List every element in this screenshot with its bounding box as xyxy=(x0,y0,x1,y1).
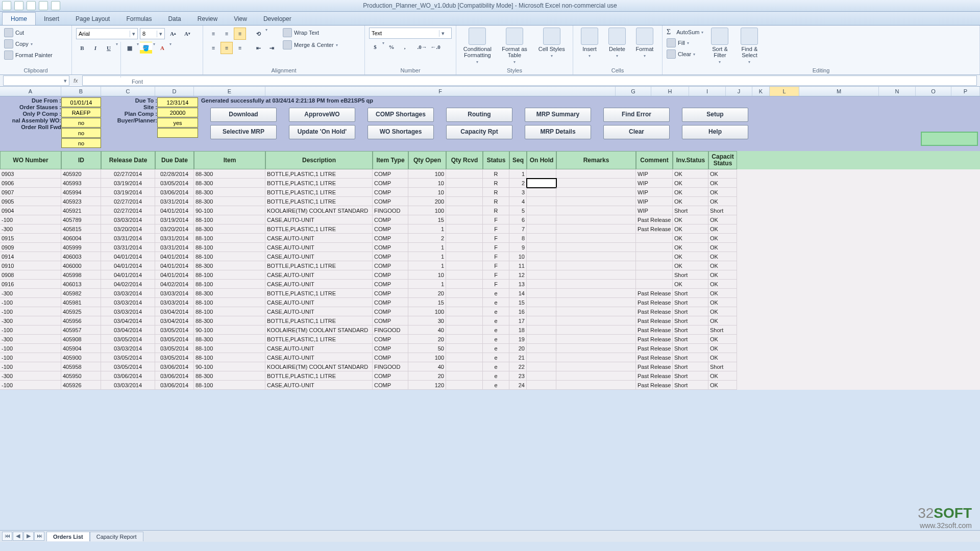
align-left-icon[interactable]: ≡ xyxy=(207,42,219,54)
table-row[interactable]: -30040581503/20/201403/20/201488-300BOTT… xyxy=(0,224,980,234)
name-box[interactable]: ▾ xyxy=(3,76,69,86)
undo-icon[interactable] xyxy=(14,1,23,10)
table-row[interactable]: 090840599804/01/201404/01/201488-100CASE… xyxy=(0,270,980,280)
italic-button[interactable]: I xyxy=(89,42,102,54)
tab-developer[interactable]: Developer xyxy=(255,13,300,25)
order-roll-cell[interactable]: no xyxy=(61,138,101,148)
underline-button[interactable]: U xyxy=(103,42,115,54)
sort-filter-button[interactable]: Sort & Filter▾ xyxy=(706,28,733,65)
table-row[interactable]: -30040590803/05/201403/05/201488-300BOTT… xyxy=(0,335,980,344)
sheet-nav-prev-icon[interactable]: ◀ xyxy=(13,532,23,541)
table-row[interactable]: 091440600304/01/201404/01/201488-100CASE… xyxy=(0,252,980,261)
align-bottom-icon[interactable]: ≡ xyxy=(234,28,246,40)
find-select-button[interactable]: Find & Select▾ xyxy=(736,28,763,65)
format-painter-button[interactable]: Format Painter xyxy=(4,50,53,60)
column-header[interactable]: Due Date xyxy=(155,151,194,169)
insert-cells-button[interactable]: Insert▾ xyxy=(577,28,602,59)
table-row[interactable]: 091540600403/31/201403/31/201488-100CASE… xyxy=(0,234,980,243)
sheet-tab-orders-list[interactable]: Orders List xyxy=(46,532,90,541)
table-row[interactable]: 090540592302/27/201403/31/201488-300BOTT… xyxy=(0,197,980,206)
fill-button[interactable]: Fill▾ xyxy=(667,38,703,48)
table-row[interactable]: 091640601304/02/201404/02/201488-100CASE… xyxy=(0,280,980,289)
table-row[interactable]: 090740599403/19/201403/06/201488-300BOTT… xyxy=(0,188,980,197)
copy-button[interactable]: Copy▾ xyxy=(4,39,33,49)
grow-font-icon[interactable]: A▴ xyxy=(167,28,179,40)
column-header[interactable]: Description xyxy=(265,151,373,169)
action-button[interactable]: WO Shortages xyxy=(368,125,434,139)
table-row[interactable]: -10040592503/03/201403/04/201488-100CASE… xyxy=(0,307,980,316)
table-row[interactable]: -10040578903/03/201403/19/201488-100CASE… xyxy=(0,215,980,224)
redo-icon[interactable] xyxy=(27,1,36,10)
fill-color-button[interactable]: 🪣 xyxy=(140,42,152,54)
plan-comp-cell[interactable]: yes xyxy=(157,118,198,128)
action-button[interactable]: Setup xyxy=(682,108,748,122)
column-header[interactable]: Qty Rcvd xyxy=(446,151,483,169)
column-header[interactable]: Remarks xyxy=(556,151,636,169)
cell-styles-button[interactable]: Cell Styles▾ xyxy=(534,28,569,59)
column-header[interactable]: Comment xyxy=(636,151,673,169)
column-header[interactable]: Item Type xyxy=(373,151,408,169)
align-right-icon[interactable]: ≡ xyxy=(234,42,246,54)
tab-view[interactable]: View xyxy=(226,13,255,25)
orientation-icon[interactable]: ⟲ xyxy=(252,28,264,40)
table-row[interactable]: 090640599303/19/201403/05/201488-300BOTT… xyxy=(0,179,980,188)
currency-icon[interactable]: $ xyxy=(369,41,381,53)
table-row[interactable]: -10040595803/05/201403/06/201490-100KOOL… xyxy=(0,362,980,371)
action-button[interactable]: COMP Shortages xyxy=(368,108,434,122)
column-header[interactable]: Release Date xyxy=(101,151,155,169)
column-header[interactable]: Inv.Status xyxy=(673,151,708,169)
column-header[interactable]: Capacit Status xyxy=(708,151,737,169)
tab-insert[interactable]: Insert xyxy=(36,13,67,25)
percent-icon[interactable]: % xyxy=(385,41,398,53)
bold-button[interactable]: B xyxy=(76,42,88,54)
site-cell[interactable]: 20000 xyxy=(157,108,198,117)
indent-dec-icon[interactable]: ⇤ xyxy=(252,42,264,54)
shrink-font-icon[interactable]: A▾ xyxy=(181,28,193,40)
merge-center-button[interactable]: Merge & Center▾ xyxy=(283,40,338,50)
sheet-nav-last-icon[interactable]: ⏭ xyxy=(34,532,44,541)
buyer-cell[interactable] xyxy=(157,128,198,138)
action-button[interactable]: Selective MRP xyxy=(210,125,277,139)
indent-inc-icon[interactable]: ⇥ xyxy=(265,42,278,54)
action-button[interactable]: ApproveWO xyxy=(289,108,355,122)
sheet-tab-capacity-report[interactable]: Capacity Report xyxy=(90,532,143,541)
sheet-nav-next-icon[interactable]: ▶ xyxy=(23,532,34,541)
align-middle-icon[interactable]: ≡ xyxy=(220,28,233,40)
action-button[interactable]: Routing xyxy=(446,108,512,122)
order-statuses-cell[interactable]: RAEFP xyxy=(61,108,101,117)
dec-decimal-icon[interactable]: ←.0 xyxy=(429,41,442,53)
table-row[interactable]: -30040595003/06/201403/06/201488-300BOTT… xyxy=(0,371,980,381)
qat-icon[interactable] xyxy=(39,1,48,10)
font-combo[interactable]: ▾ xyxy=(76,28,138,39)
tab-home[interactable]: Home xyxy=(2,12,36,25)
action-button[interactable]: Update 'On Hold' xyxy=(289,125,355,139)
action-button[interactable]: Clear xyxy=(603,125,670,139)
number-format-combo[interactable]: ▾ xyxy=(369,28,452,39)
action-button[interactable]: Help xyxy=(682,125,748,139)
borders-button[interactable]: ▦ xyxy=(124,42,136,54)
due-to-cell[interactable]: 12/31/14 xyxy=(157,97,198,107)
table-row[interactable]: 090340592002/27/201402/28/201488-300BOTT… xyxy=(0,169,980,179)
table-row[interactable]: -10040590003/05/201403/05/201488-100CASE… xyxy=(0,353,980,362)
table-row[interactable]: 091040600004/01/201404/01/201488-300BOTT… xyxy=(0,261,980,270)
table-row[interactable]: -10040595703/04/201403/05/201490-100KOOL… xyxy=(0,325,980,335)
delete-cells-button[interactable]: Delete▾ xyxy=(605,28,629,59)
align-center-icon[interactable]: ≡ xyxy=(220,42,233,54)
action-button[interactable]: Download xyxy=(210,108,277,122)
column-header[interactable]: Seq xyxy=(509,151,527,169)
sheet-nav-first-icon[interactable]: ⏮ xyxy=(2,532,12,541)
column-header[interactable]: WO Number xyxy=(0,151,61,169)
final-asm-cell[interactable]: no xyxy=(61,128,101,138)
column-headers[interactable]: ABCD EFGH IJKL MNOP xyxy=(0,87,980,96)
only-p-comp-cell[interactable]: no xyxy=(61,118,101,128)
qat-icon[interactable] xyxy=(51,1,60,10)
action-button[interactable]: Find Error xyxy=(603,108,670,122)
save-icon[interactable] xyxy=(2,1,11,10)
conditional-formatting-button[interactable]: Conditional Formatting▾ xyxy=(460,28,495,65)
wrap-text-button[interactable]: Wrap Text xyxy=(283,28,338,38)
clear-button[interactable]: Clear▾ xyxy=(667,49,703,59)
table-row[interactable]: 090940599903/31/201403/31/201488-100CASE… xyxy=(0,243,980,252)
format-as-table-button[interactable]: Format as Table▾ xyxy=(498,28,532,65)
table-row[interactable]: -30040595603/04/201403/04/201488-300BOTT… xyxy=(0,316,980,325)
tab-page-layout[interactable]: Page Layout xyxy=(67,13,118,25)
